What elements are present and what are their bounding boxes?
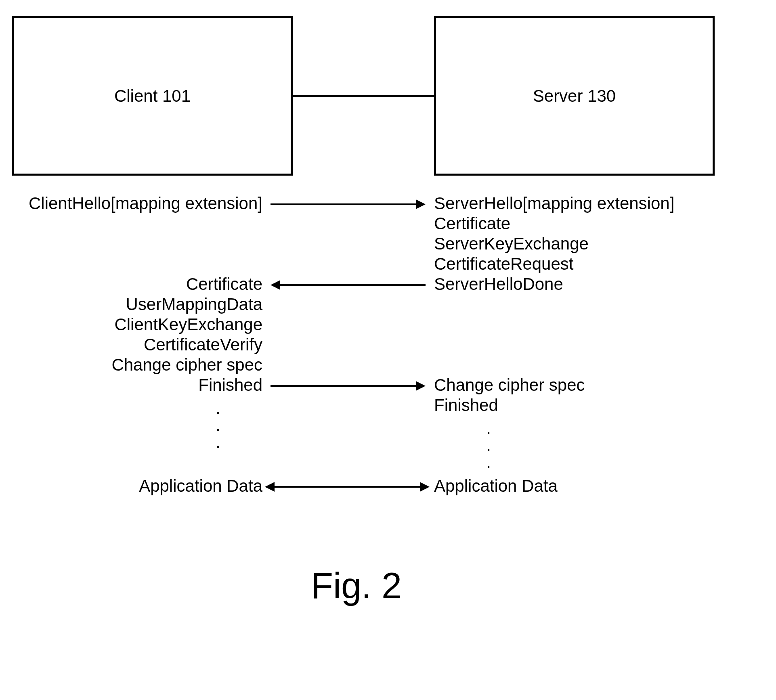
box-connector-line — [293, 95, 434, 97]
msg-finished-client: Finished — [12, 375, 262, 395]
msg-certificate-request: CertificateRequest — [434, 254, 574, 274]
arrow2-head — [271, 280, 280, 290]
msg-certificate-client: Certificate — [12, 275, 262, 294]
arrow1-head — [416, 199, 426, 209]
server-box: Server 130 — [434, 16, 715, 176]
msg-certificate-server: Certificate — [434, 214, 510, 233]
msg-server-hello: ServerHello[mapping extension] — [434, 194, 674, 213]
msg-client-hello: ClientHello[mapping extension] — [12, 194, 262, 213]
arrow3-line — [271, 385, 416, 387]
arrow1-line — [271, 203, 416, 205]
client-box: Client 101 — [12, 16, 293, 176]
msg-client-key-exchange: ClientKeyExchange — [12, 315, 262, 334]
arrow4-line — [275, 486, 420, 488]
arrow4-head-right — [420, 482, 430, 492]
msg-app-data-client: Application Data — [12, 476, 262, 496]
msg-app-data-server: Application Data — [434, 476, 558, 496]
msg-change-cipher-spec-server: Change cipher spec — [434, 375, 585, 395]
msg-user-mapping-data: UserMappingData — [12, 295, 262, 314]
msg-server-key-exchange: ServerKeyExchange — [434, 234, 589, 254]
arrow4-head-left — [265, 482, 275, 492]
figure-caption: Fig. 2 — [311, 565, 402, 607]
diagram-canvas: Client 101 Server 130 ClientHello[mappin… — [0, 0, 776, 700]
dots-client: ... — [210, 400, 226, 451]
arrow3-head — [416, 381, 426, 391]
msg-certificate-verify: CertificateVerify — [12, 335, 262, 354]
arrow2-line — [280, 284, 426, 286]
client-box-label: Client 101 — [114, 86, 191, 106]
msg-server-hello-done: ServerHelloDone — [434, 275, 563, 294]
dots-server: ... — [480, 420, 497, 471]
msg-finished-server: Finished — [434, 396, 498, 415]
msg-change-cipher-spec-client: Change cipher spec — [12, 355, 262, 375]
server-box-label: Server 130 — [533, 86, 616, 106]
